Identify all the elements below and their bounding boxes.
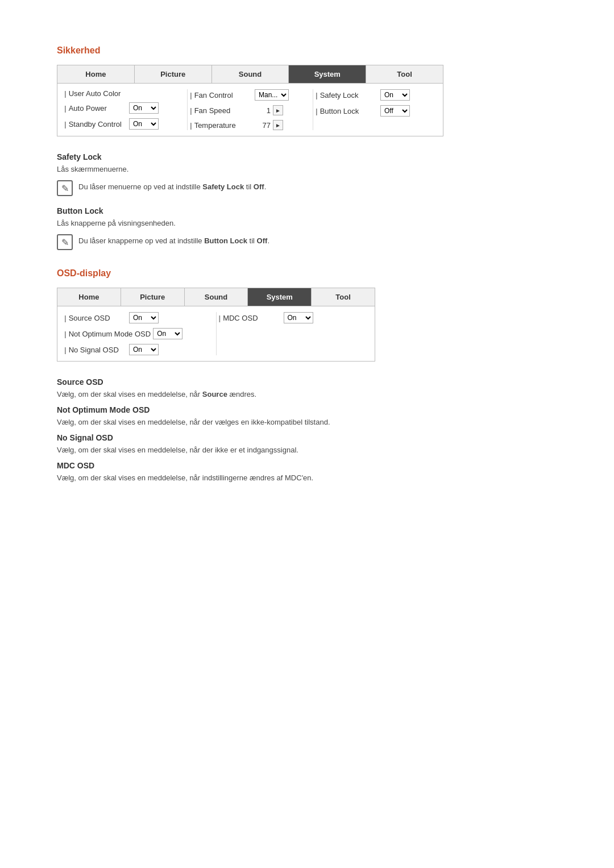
not-optimum-row: | Not Optimum Mode OSD On: [64, 328, 214, 339]
button-lock-note-text: Du låser knapperne op ved at indstille B…: [78, 234, 269, 245]
no-signal-title: No Signal OSD: [57, 433, 557, 442]
no-signal-row: | No Signal OSD On: [64, 344, 214, 355]
fan-control-text: Fan Control: [194, 91, 233, 99]
pipe-1: |: [64, 89, 67, 98]
pipe-9: |: [64, 314, 67, 322]
pipe-7: |: [316, 91, 318, 99]
source-osd-title: Source OSD: [57, 377, 557, 387]
standby-control-select[interactable]: On: [129, 118, 159, 130]
tab-home-2[interactable]: Home: [57, 288, 121, 306]
source-osd-label: | Source OSD: [64, 314, 127, 322]
tab-tool-2[interactable]: Tool: [312, 288, 375, 306]
button-lock-desc: Lås knapperne på visningsenheden.: [57, 219, 557, 227]
mdc-osd-select[interactable]: On: [284, 312, 313, 323]
tab-picture-1[interactable]: Picture: [135, 65, 212, 83]
sikkerhed-title: Sikkerhed: [57, 45, 557, 56]
fan-speed-text: Fan Speed: [194, 106, 231, 115]
pipe-3: |: [64, 120, 67, 128]
pipe-10: |: [64, 330, 67, 338]
osd-col1: | Source OSD On | Not Optimum Mode OSD O…: [62, 312, 217, 355]
temperature-row: | Temperature 77 ►: [190, 120, 310, 130]
sikkerhed-col2: | Fan Control Man... | Fan Speed 1 ►: [188, 89, 313, 130]
sikkerhed-menu-body: | User Auto Color | Auto Power On |: [57, 84, 443, 136]
sikkerhed-menu-header: Home Picture Sound System Tool: [57, 65, 443, 84]
button-lock-label: | Button Lock: [316, 107, 378, 115]
not-optimum-select[interactable]: On: [153, 328, 182, 339]
pipe-2: |: [64, 104, 67, 113]
button-lock-select[interactable]: Off: [380, 105, 410, 117]
osd-display-title: OSD-display: [57, 268, 557, 279]
not-optimum-title: Not Optimum Mode OSD: [57, 405, 557, 414]
standby-control-row: | Standby Control On: [64, 118, 185, 130]
source-osd-row: | Source OSD On: [64, 312, 214, 323]
user-auto-color-label: | User Auto Color: [64, 89, 127, 98]
safety-lock-row: | Safety Lock On: [316, 89, 436, 101]
tab-home-1[interactable]: Home: [57, 65, 135, 83]
fan-speed-label: | Fan Speed: [190, 106, 252, 115]
pipe-12: |: [219, 314, 221, 322]
not-optimum-desc: Vælg, om der skal vises en meddelelse, n…: [57, 418, 557, 426]
tab-system-2[interactable]: System: [248, 288, 312, 306]
temperature-text: Temperature: [194, 121, 236, 130]
tab-sound-1[interactable]: Sound: [212, 65, 289, 83]
fan-control-label: | Fan Control: [190, 91, 252, 99]
tab-picture-2[interactable]: Picture: [121, 288, 185, 306]
safety-lock-title: Safety Lock: [57, 152, 557, 161]
fan-control-select[interactable]: Man...: [255, 89, 289, 101]
source-osd-select[interactable]: On: [129, 312, 159, 323]
button-lock-row: | Button Lock Off: [316, 105, 436, 117]
note-icon-2: ✎: [57, 234, 73, 250]
note-icon-1: ✎: [57, 180, 73, 196]
safety-lock-text: Safety Lock: [320, 91, 359, 99]
mdc-osd-text: MDC OSD: [223, 314, 258, 322]
mdc-osd-desc: Vælg, om der skal vises en meddelelse, n…: [57, 474, 557, 482]
sikkerhed-menu-table: Home Picture Sound System Tool | User Au…: [57, 65, 443, 136]
no-signal-label: | No Signal OSD: [64, 346, 127, 354]
fan-speed-arrow[interactable]: ►: [273, 105, 283, 115]
fan-control-row: | Fan Control Man...: [190, 89, 310, 101]
tab-system-1[interactable]: System: [289, 65, 366, 83]
mdc-osd-title: MDC OSD: [57, 461, 557, 470]
pipe-6: |: [190, 121, 192, 130]
source-osd-text: Source OSD: [69, 314, 110, 322]
pipe-8: |: [316, 107, 318, 115]
auto-power-select[interactable]: On: [129, 102, 159, 114]
standby-control-text: Standby Control: [69, 120, 122, 128]
pipe-11: |: [64, 346, 67, 354]
safety-lock-note: ✎ Du låser menuerne op ved at indstille …: [57, 180, 557, 196]
osd-col2: | MDC OSD On: [217, 312, 371, 355]
user-auto-color-row: | User Auto Color: [64, 89, 185, 98]
pipe-4: |: [190, 91, 192, 99]
tab-tool-1[interactable]: Tool: [366, 65, 443, 83]
auto-power-label: | Auto Power: [64, 104, 127, 113]
no-signal-select[interactable]: On: [129, 344, 159, 355]
auto-power-text: Auto Power: [69, 104, 107, 113]
standby-control-label: | Standby Control: [64, 120, 127, 128]
fan-speed-value: 1: [255, 106, 271, 115]
sikkerhed-col1: | User Auto Color | Auto Power On |: [62, 89, 188, 130]
not-optimum-label: | Not Optimum Mode OSD: [64, 330, 151, 338]
button-lock-text: Button Lock: [320, 107, 359, 115]
safety-lock-note-text: Du låser menuerne op ved at indstille Sa…: [78, 180, 266, 191]
safety-lock-select[interactable]: On: [380, 89, 410, 101]
no-signal-desc: Vælg, om der skal vises en meddelelse, n…: [57, 446, 557, 454]
user-auto-color-text: User Auto Color: [69, 89, 121, 98]
temperature-value: 77: [255, 121, 271, 130]
temperature-arrow[interactable]: ►: [273, 120, 283, 130]
osd-menu-header: Home Picture Sound System Tool: [57, 288, 375, 306]
auto-power-row: | Auto Power On: [64, 102, 185, 114]
safety-lock-desc: Lås skærmmenuerne.: [57, 165, 557, 173]
temperature-label: | Temperature: [190, 121, 252, 130]
fan-speed-row: | Fan Speed 1 ►: [190, 105, 310, 115]
safety-lock-label: | Safety Lock: [316, 91, 378, 99]
not-optimum-text: Not Optimum Mode OSD: [69, 330, 151, 338]
no-signal-text: No Signal OSD: [69, 346, 119, 354]
tab-sound-2[interactable]: Sound: [185, 288, 248, 306]
osd-menu-body: | Source OSD On | Not Optimum Mode OSD O…: [57, 306, 375, 361]
osd-menu-table: Home Picture Sound System Tool | Source …: [57, 288, 375, 362]
button-lock-note: ✎ Du låser knapperne op ved at indstille…: [57, 234, 557, 250]
sikkerhed-col3: | Safety Lock On | Button Lock Off: [313, 89, 438, 130]
pipe-5: |: [190, 106, 192, 115]
mdc-osd-row: | MDC OSD On: [219, 312, 368, 323]
source-osd-desc: Vælg, om der skal vises en meddelelse, n…: [57, 390, 557, 398]
